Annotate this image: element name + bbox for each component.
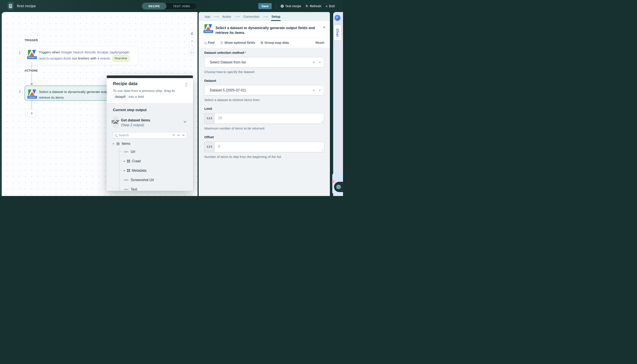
output-step-name: Get dataset items xyxy=(121,117,150,123)
chevron-up-icon[interactable] xyxy=(173,134,175,136)
breadcrumb-connection[interactable]: Connection xyxy=(243,15,259,18)
add-step-button[interactable]: + xyxy=(28,109,36,118)
datapill-chip: datapill xyxy=(113,94,128,100)
datatree-search-box: ✕ xyxy=(113,132,187,138)
step2-number: 2 xyxy=(19,90,20,94)
trigger-step-text: Triggers when Google Search Results Scra… xyxy=(39,50,134,62)
collapse-triangle-icon[interactable]: ▾ xyxy=(113,142,114,145)
connector-arrow xyxy=(30,83,33,85)
field-label: Dataset xyxy=(204,79,324,82)
test-recipe-button[interactable]: Test recipe xyxy=(281,4,301,8)
close-panel-icon[interactable]: × xyxy=(323,24,326,30)
trigger-step-card[interactable]: PRIVATE Triggers when Google Search Resu… xyxy=(24,46,138,65)
recipe-title: first recipe xyxy=(17,4,36,8)
arrow-right-icon: ⟶ xyxy=(214,15,219,18)
top-bar: first recipe RECIPE TEST JOBS Save Test … xyxy=(0,0,343,12)
popup-header: Recipe data To use data from a previous … xyxy=(107,78,193,103)
chevron-down-icon[interactable] xyxy=(184,120,186,123)
field-dataset: Dataset Dataset 5 (2025-07-01) × ▾ Selec… xyxy=(204,79,324,102)
offset-input-group: 123 0 xyxy=(204,142,324,152)
canvas-zoom-controls: + − ▴▾◂▸ xyxy=(189,30,195,57)
app-logo[interactable] xyxy=(8,2,14,10)
optional-fields-icon xyxy=(220,41,223,44)
atom-icon xyxy=(336,184,342,190)
refresh-button[interactable]: ↻ Refresh xyxy=(306,4,321,8)
save-button[interactable]: Save xyxy=(258,3,272,9)
exit-button[interactable]: × Exit xyxy=(326,4,335,8)
reset-view-button[interactable] xyxy=(189,30,195,37)
breadcrumb-setup[interactable]: Setup xyxy=(272,15,280,18)
arrow-right-icon: ⟶ xyxy=(263,15,268,18)
output-step-sub: (Step 2 output) xyxy=(121,123,150,127)
dataset-select[interactable]: Dataset 5 (2025-07-01) × ▾ xyxy=(204,85,324,96)
zoom-buttons: + − xyxy=(189,38,195,48)
zoom-out-button[interactable]: − xyxy=(191,44,193,47)
field-help: Choose how to specify the dataset xyxy=(204,70,324,74)
panel-toolbar: Find Show optional fields Group map data… xyxy=(198,38,330,48)
apify-app-icon xyxy=(112,120,120,124)
panel-step-title: Select a dataset to dynamically generate… xyxy=(216,24,320,35)
field-offset: Offset 123 0 Number of items to skip fro… xyxy=(204,135,324,158)
tree-row-text[interactable]: ABC Text xyxy=(119,184,187,191)
breadcrumb-action[interactable]: Action xyxy=(222,15,231,18)
dropdown-caret-icon[interactable]: ▾ xyxy=(320,61,320,64)
resize-handle-icon[interactable]: ▲·····▼ xyxy=(184,83,188,87)
number-type-addon: 123 xyxy=(204,113,214,124)
dropdown-caret-icon[interactable]: ▾ xyxy=(320,89,320,92)
clear-select-icon[interactable]: × xyxy=(312,60,314,64)
close-icon: × xyxy=(326,4,328,8)
find-button[interactable]: Find xyxy=(204,41,214,44)
chevron-down-icon[interactable] xyxy=(178,134,180,136)
field-dataset-selection-method: Dataset selection method* Select Dataset… xyxy=(204,51,324,74)
list-icon xyxy=(116,142,120,145)
popup-drag-bar[interactable] xyxy=(107,76,193,78)
panel-breadcrumb: App ⟶ Action ⟶ Connection ⟶ Setup xyxy=(198,12,330,21)
tree-row-metadata[interactable]: ▸ Metadata xyxy=(119,166,187,175)
events-link[interactable]: 4 events xyxy=(97,56,110,60)
text-type-icon: ABC xyxy=(124,151,129,153)
notification-dot[interactable] xyxy=(332,180,335,183)
resize-handle-icon[interactable] xyxy=(321,150,323,152)
field-help: Maximum number of items to be returned. xyxy=(204,126,324,130)
apify-app-icon: PRIVATE xyxy=(28,50,36,58)
clear-select-icon[interactable]: × xyxy=(312,88,314,92)
select-value: Select Dataset from list xyxy=(210,60,312,64)
actions-section-label: ACTIONS xyxy=(24,69,38,72)
tree-row-crawl[interactable]: ▸ Crawl xyxy=(119,156,187,166)
dataset-method-select[interactable]: Select Dataset from list × ▾ xyxy=(204,57,324,68)
expand-triangle-icon[interactable]: ▸ xyxy=(124,169,125,172)
field-help: Number of items to skip from the beginni… xyxy=(204,155,324,158)
devtools-toggle-button[interactable] xyxy=(334,182,343,192)
popup-description: To use data from a previous step, drag i… xyxy=(113,88,185,100)
limit-input-group: 123 10 xyxy=(204,113,324,124)
connector-line xyxy=(32,62,32,68)
tab-recipe[interactable]: RECIPE xyxy=(142,3,166,10)
reset-button[interactable]: Reset xyxy=(316,41,324,44)
clear-search-icon[interactable]: ✕ xyxy=(182,134,185,137)
resize-handle-icon[interactable] xyxy=(321,121,323,123)
search-icon xyxy=(115,134,117,136)
ai-assistant-button[interactable]: ✦✦ xyxy=(334,15,340,21)
group-map-data-button[interactable]: Group map data xyxy=(261,41,289,44)
private-badge: PRIVATE xyxy=(203,30,213,33)
realtime-badge: Real-time xyxy=(112,55,130,62)
tree-row-url[interactable]: ABC Url xyxy=(119,147,187,156)
field-label: Dataset selection method* xyxy=(204,51,324,54)
tree-row-screenshot-url[interactable]: ABC Screenshot Url xyxy=(119,175,187,184)
chat-tab[interactable]: Chat xyxy=(334,25,342,41)
offset-input[interactable]: 0 xyxy=(214,142,324,152)
search-input[interactable] xyxy=(117,134,170,137)
tab-test-jobs[interactable]: TEST JOBS xyxy=(166,3,197,10)
fit-view-button[interactable]: ▴▾◂▸ xyxy=(189,50,195,56)
breadcrumb-app[interactable]: App xyxy=(204,15,210,18)
popup-body: Current step output Get dataset items (S… xyxy=(107,103,193,191)
step-output-row[interactable]: Get dataset items (Step 2 output) xyxy=(113,116,187,128)
expand-triangle-icon[interactable]: ▸ xyxy=(124,160,125,162)
show-optional-fields-button[interactable]: Show optional fields xyxy=(220,41,255,44)
tree-root-items[interactable]: ▾ Items xyxy=(113,142,187,146)
zoom-in-button[interactable]: + xyxy=(191,40,193,42)
panel-scrollbar[interactable] xyxy=(323,83,324,94)
field-label: Limit xyxy=(204,107,324,110)
trigger-section-label: TRIGGER xyxy=(24,39,38,42)
limit-input[interactable]: 10 xyxy=(214,113,324,124)
